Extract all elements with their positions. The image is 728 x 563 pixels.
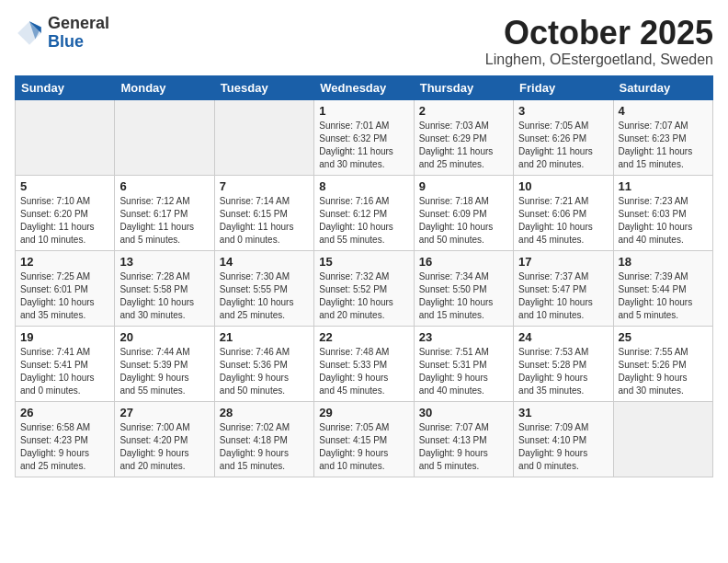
day-number: 24 (518, 330, 608, 344)
day-number: 28 (220, 406, 309, 419)
calendar-cell (115, 99, 214, 175)
calendar-cell: 5Sunrise: 7:10 AM Sunset: 6:20 PM Daylig… (16, 175, 115, 250)
day-number: 12 (20, 255, 109, 269)
calendar-cell: 22Sunrise: 7:48 AM Sunset: 5:33 PM Dayli… (314, 326, 414, 401)
calendar-cell: 13Sunrise: 7:28 AM Sunset: 5:58 PM Dayli… (115, 250, 214, 326)
day-number: 5 (20, 179, 109, 193)
day-number: 25 (619, 330, 708, 344)
calendar-cell: 27Sunrise: 7:00 AM Sunset: 4:20 PM Dayli… (115, 401, 214, 477)
day-number: 11 (619, 179, 708, 193)
day-number: 26 (20, 406, 109, 419)
day-info: Sunrise: 7:32 AM Sunset: 5:52 PM Dayligh… (319, 270, 408, 322)
weekday-header-thursday: Thursday (414, 75, 513, 99)
day-info: Sunrise: 7:02 AM Sunset: 4:18 PM Dayligh… (220, 421, 309, 473)
calendar-table: SundayMondayTuesdayWednesdayThursdayFrid… (15, 75, 713, 477)
day-number: 4 (619, 104, 708, 118)
weekday-header-wednesday: Wednesday (314, 75, 414, 99)
calendar-cell: 17Sunrise: 7:37 AM Sunset: 5:47 PM Dayli… (514, 250, 613, 326)
calendar-cell: 16Sunrise: 7:34 AM Sunset: 5:50 PM Dayli… (414, 250, 513, 326)
calendar-cell: 19Sunrise: 7:41 AM Sunset: 5:41 PM Dayli… (16, 326, 115, 401)
calendar-cell: 25Sunrise: 7:55 AM Sunset: 5:26 PM Dayli… (613, 326, 712, 401)
page-header: General Blue October 2025 Linghem, OEste… (15, 15, 713, 68)
day-info: Sunrise: 7:14 AM Sunset: 6:15 PM Dayligh… (220, 195, 309, 247)
weekday-header-row: SundayMondayTuesdayWednesdayThursdayFrid… (16, 75, 713, 99)
calendar-cell: 29Sunrise: 7:05 AM Sunset: 4:15 PM Dayli… (314, 401, 414, 477)
calendar-cell: 6Sunrise: 7:12 AM Sunset: 6:17 PM Daylig… (115, 175, 214, 250)
day-number: 27 (119, 406, 209, 419)
weekday-header-sunday: Sunday (16, 75, 115, 99)
day-info: Sunrise: 7:21 AM Sunset: 6:06 PM Dayligh… (518, 195, 608, 247)
day-number: 23 (419, 330, 508, 344)
logo: General Blue (15, 15, 109, 52)
day-info: Sunrise: 7:01 AM Sunset: 6:32 PM Dayligh… (319, 120, 408, 171)
day-info: Sunrise: 7:25 AM Sunset: 6:01 PM Dayligh… (20, 270, 109, 322)
day-info: Sunrise: 7:07 AM Sunset: 4:13 PM Dayligh… (419, 421, 508, 473)
logo-blue-text: Blue (48, 33, 109, 52)
calendar-cell: 9Sunrise: 7:18 AM Sunset: 6:09 PM Daylig… (414, 175, 513, 250)
day-number: 15 (319, 255, 408, 269)
day-info: Sunrise: 7:03 AM Sunset: 6:29 PM Dayligh… (419, 120, 508, 171)
day-number: 8 (319, 179, 408, 193)
day-info: Sunrise: 7:12 AM Sunset: 6:17 PM Dayligh… (119, 195, 209, 247)
calendar-cell: 20Sunrise: 7:44 AM Sunset: 5:39 PM Dayli… (115, 326, 214, 401)
day-number: 14 (220, 255, 309, 269)
weekday-header-saturday: Saturday (613, 75, 712, 99)
calendar-week-4: 19Sunrise: 7:41 AM Sunset: 5:41 PM Dayli… (16, 326, 713, 401)
calendar-cell: 4Sunrise: 7:07 AM Sunset: 6:23 PM Daylig… (613, 99, 712, 175)
calendar-cell: 2Sunrise: 7:03 AM Sunset: 6:29 PM Daylig… (414, 99, 513, 175)
weekday-header-friday: Friday (514, 75, 613, 99)
day-number: 31 (518, 406, 608, 419)
day-info: Sunrise: 7:41 AM Sunset: 5:41 PM Dayligh… (20, 346, 109, 397)
calendar-cell: 26Sunrise: 6:58 AM Sunset: 4:23 PM Dayli… (16, 401, 115, 477)
day-info: Sunrise: 7:34 AM Sunset: 5:50 PM Dayligh… (419, 270, 508, 322)
day-number: 2 (419, 104, 508, 118)
day-info: Sunrise: 7:18 AM Sunset: 6:09 PM Dayligh… (419, 195, 508, 247)
day-info: Sunrise: 6:58 AM Sunset: 4:23 PM Dayligh… (20, 421, 109, 473)
day-info: Sunrise: 7:46 AM Sunset: 5:36 PM Dayligh… (220, 346, 309, 397)
day-number: 21 (220, 330, 309, 344)
day-number: 1 (319, 104, 408, 118)
day-number: 30 (419, 406, 508, 419)
weekday-header-tuesday: Tuesday (214, 75, 313, 99)
calendar-week-5: 26Sunrise: 6:58 AM Sunset: 4:23 PM Dayli… (16, 401, 713, 477)
calendar-week-1: 1Sunrise: 7:01 AM Sunset: 6:32 PM Daylig… (16, 99, 713, 175)
day-number: 19 (20, 330, 109, 344)
logo-general-text: General (48, 15, 109, 33)
calendar-cell: 24Sunrise: 7:53 AM Sunset: 5:28 PM Dayli… (514, 326, 613, 401)
calendar-cell: 11Sunrise: 7:23 AM Sunset: 6:03 PM Dayli… (613, 175, 712, 250)
day-number: 3 (518, 104, 608, 118)
calendar-cell: 12Sunrise: 7:25 AM Sunset: 6:01 PM Dayli… (16, 250, 115, 326)
day-info: Sunrise: 7:09 AM Sunset: 4:10 PM Dayligh… (518, 421, 608, 473)
day-info: Sunrise: 7:05 AM Sunset: 4:15 PM Dayligh… (319, 421, 408, 473)
calendar-cell: 10Sunrise: 7:21 AM Sunset: 6:06 PM Dayli… (514, 175, 613, 250)
calendar-week-3: 12Sunrise: 7:25 AM Sunset: 6:01 PM Dayli… (16, 250, 713, 326)
calendar-cell (16, 99, 115, 175)
calendar-cell: 1Sunrise: 7:01 AM Sunset: 6:32 PM Daylig… (314, 99, 414, 175)
day-info: Sunrise: 7:05 AM Sunset: 6:26 PM Dayligh… (518, 120, 608, 171)
day-info: Sunrise: 7:53 AM Sunset: 5:28 PM Dayligh… (518, 346, 608, 397)
day-info: Sunrise: 7:55 AM Sunset: 5:26 PM Dayligh… (619, 346, 708, 397)
day-number: 18 (619, 255, 708, 269)
day-number: 17 (518, 255, 608, 269)
calendar-cell: 21Sunrise: 7:46 AM Sunset: 5:36 PM Dayli… (214, 326, 313, 401)
calendar-cell: 31Sunrise: 7:09 AM Sunset: 4:10 PM Dayli… (514, 401, 613, 477)
day-number: 29 (319, 406, 408, 419)
day-info: Sunrise: 7:28 AM Sunset: 5:58 PM Dayligh… (119, 270, 209, 322)
day-number: 20 (119, 330, 209, 344)
calendar-cell: 8Sunrise: 7:16 AM Sunset: 6:12 PM Daylig… (314, 175, 414, 250)
day-number: 6 (119, 179, 209, 193)
day-number: 7 (220, 179, 309, 193)
day-info: Sunrise: 7:00 AM Sunset: 4:20 PM Dayligh… (119, 421, 209, 473)
day-info: Sunrise: 7:48 AM Sunset: 5:33 PM Dayligh… (319, 346, 408, 397)
day-info: Sunrise: 7:07 AM Sunset: 6:23 PM Dayligh… (619, 120, 708, 171)
month-title: October 2025 (485, 15, 713, 52)
location: Linghem, OEstergoetland, Sweden (485, 52, 713, 68)
calendar-cell: 28Sunrise: 7:02 AM Sunset: 4:18 PM Dayli… (214, 401, 313, 477)
calendar-cell: 14Sunrise: 7:30 AM Sunset: 5:55 PM Dayli… (214, 250, 313, 326)
day-number: 9 (419, 179, 508, 193)
calendar-cell: 30Sunrise: 7:07 AM Sunset: 4:13 PM Dayli… (414, 401, 513, 477)
day-info: Sunrise: 7:39 AM Sunset: 5:44 PM Dayligh… (619, 270, 708, 322)
weekday-header-monday: Monday (115, 75, 214, 99)
day-info: Sunrise: 7:51 AM Sunset: 5:31 PM Dayligh… (419, 346, 508, 397)
day-info: Sunrise: 7:16 AM Sunset: 6:12 PM Dayligh… (319, 195, 408, 247)
